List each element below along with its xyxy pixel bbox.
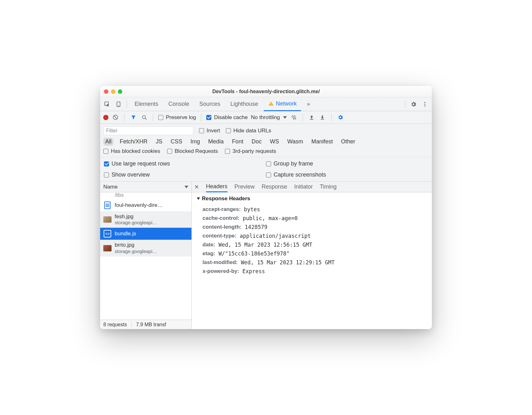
type-media[interactable]: Media <box>206 138 226 146</box>
capture-screenshots-checkbox[interactable]: Capture screenshots <box>266 171 428 178</box>
type-ws[interactable]: WS <box>268 138 281 146</box>
network-settings-icon[interactable] <box>337 114 344 121</box>
search-icon[interactable] <box>140 114 148 121</box>
window-title: DevTools - foul-heavenly-direction.glitc… <box>100 89 432 94</box>
type-manifest[interactable]: Manifest <box>310 138 335 146</box>
header-row: last-modifiedWed, 15 Mar 2023 12:29:15 G… <box>197 258 427 267</box>
upload-har-icon[interactable] <box>308 114 316 121</box>
svg-point-12 <box>293 118 294 119</box>
headers-body: Response Headers accept-rangesbytes cach… <box>192 192 432 329</box>
maximize-window-button[interactable] <box>118 89 122 94</box>
separator <box>153 114 153 121</box>
type-js[interactable]: JS <box>154 138 164 146</box>
record-button[interactable] <box>103 115 108 120</box>
close-window-button[interactable] <box>104 89 108 94</box>
svg-rect-14 <box>310 119 313 120</box>
panel-tabstrip: Elements Console Sources Lighthouse Netw… <box>100 97 432 111</box>
type-other[interactable]: Other <box>339 138 357 146</box>
image-thumbnail-icon <box>103 215 112 224</box>
blocked-cookies-checkbox[interactable]: Has blocked cookies <box>103 148 160 154</box>
type-all[interactable]: All <box>103 138 113 146</box>
throttling-select[interactable]: No throttling <box>251 114 287 121</box>
type-img[interactable]: Img <box>189 138 202 146</box>
list-item-selected[interactable]: bundle.js <box>100 228 191 240</box>
type-fetch-xhr[interactable]: Fetch/XHR <box>118 138 149 146</box>
requests-count: 8 requests <box>103 322 127 328</box>
transfer-size: 7.9 MB transf <box>136 322 166 328</box>
type-wasm[interactable]: Wasm <box>285 138 305 146</box>
detail-tab-preview[interactable]: Preview <box>234 182 255 192</box>
separator <box>331 114 332 121</box>
svg-point-7 <box>424 105 425 106</box>
filter-icon[interactable] <box>130 114 137 121</box>
download-har-icon[interactable] <box>319 114 326 121</box>
separator <box>405 100 405 108</box>
list-item[interactable]: brrto.jpgstorage.googleapi… <box>100 240 191 256</box>
large-rows-checkbox[interactable]: Use large request rows <box>104 160 266 167</box>
header-row: etagW/"15cc63-186e53ef978" <box>197 249 427 258</box>
detail-tab-timing[interactable]: Timing <box>320 182 336 192</box>
column-header-name[interactable]: Name <box>100 182 191 192</box>
minimize-window-button[interactable] <box>111 89 115 94</box>
third-party-checkbox[interactable]: 3rd-party requests <box>225 148 276 154</box>
tab-network[interactable]: Network <box>264 97 301 111</box>
tab-elements[interactable]: Elements <box>130 97 163 111</box>
requests-list: /libs foul-heavenly-dire… fesh.jpgstorag… <box>100 192 191 320</box>
svg-point-6 <box>424 104 425 105</box>
filter-input[interactable]: Filter <box>103 126 193 135</box>
separator <box>127 100 127 108</box>
warning-icon <box>268 101 274 106</box>
header-row: x-powered-byExpress <box>197 267 427 276</box>
sort-caret-icon <box>184 186 188 188</box>
preserve-log-checkbox[interactable]: Preserve log <box>158 114 196 121</box>
dropdown-caret-icon <box>283 116 287 119</box>
svg-point-5 <box>424 102 425 103</box>
separator <box>201 114 201 121</box>
svg-line-11 <box>145 118 146 120</box>
type-css[interactable]: CSS <box>169 138 184 146</box>
device-toolbar-icon[interactable] <box>113 99 124 109</box>
kebab-menu-icon[interactable] <box>420 99 430 109</box>
type-doc[interactable]: Doc <box>250 138 263 146</box>
window-controls <box>104 89 122 94</box>
document-icon <box>103 201 112 209</box>
resource-type-filters: All Fetch/XHR JS CSS Img Media Font Doc … <box>103 138 429 146</box>
separator <box>124 114 124 121</box>
svg-rect-15 <box>321 119 324 120</box>
hide-data-urls-checkbox[interactable]: Hide data URLs <box>226 128 271 134</box>
list-row-partial: /libs <box>100 192 191 199</box>
tab-lighthouse[interactable]: Lighthouse <box>226 97 263 111</box>
invert-checkbox[interactable]: Invert <box>199 128 220 134</box>
window-titlebar: DevTools - foul-heavenly-direction.glitc… <box>100 86 432 97</box>
type-font[interactable]: Font <box>230 138 245 146</box>
network-settings-block: Use large request rows Group by frame Sh… <box>100 157 432 182</box>
blocked-requests-checkbox[interactable]: Blocked Requests <box>167 148 218 154</box>
network-conditions-icon[interactable] <box>290 114 298 121</box>
header-row: content-length1428579 <box>197 223 427 232</box>
list-item[interactable]: foul-heavenly-dire… <box>100 199 191 212</box>
script-icon <box>103 230 112 238</box>
disable-cache-checkbox[interactable]: Disable cache <box>206 114 248 121</box>
tab-console[interactable]: Console <box>164 97 194 111</box>
svg-rect-3 <box>271 103 271 104</box>
filter-bar: Filter Invert Hide data URLs All Fetch/X… <box>100 124 432 157</box>
image-thumbnail-icon <box>103 244 112 252</box>
inspect-element-icon[interactable] <box>102 99 112 109</box>
svg-line-9 <box>114 116 117 119</box>
status-bar: 8 requests 7.9 MB transf <box>100 320 191 329</box>
detail-tab-initiator[interactable]: Initiator <box>294 182 313 192</box>
disclosure-triangle-icon <box>197 197 200 200</box>
settings-icon[interactable] <box>408 99 419 109</box>
clear-icon[interactable] <box>112 114 119 121</box>
detail-tab-response[interactable]: Response <box>262 182 287 192</box>
svg-point-10 <box>142 116 145 119</box>
header-row: cache-controlpublic, max-age=0 <box>197 214 427 223</box>
group-by-frame-checkbox[interactable]: Group by frame <box>266 160 428 167</box>
list-item[interactable]: fesh.jpgstorage.googleapi… <box>100 212 191 228</box>
tab-more[interactable]: » <box>302 97 314 111</box>
response-headers-section[interactable]: Response Headers <box>197 195 427 202</box>
close-detail-icon[interactable]: ✕ <box>194 183 199 190</box>
show-overview-checkbox[interactable]: Show overview <box>104 171 266 178</box>
detail-tab-headers[interactable]: Headers <box>206 182 227 192</box>
tab-sources[interactable]: Sources <box>195 97 225 111</box>
